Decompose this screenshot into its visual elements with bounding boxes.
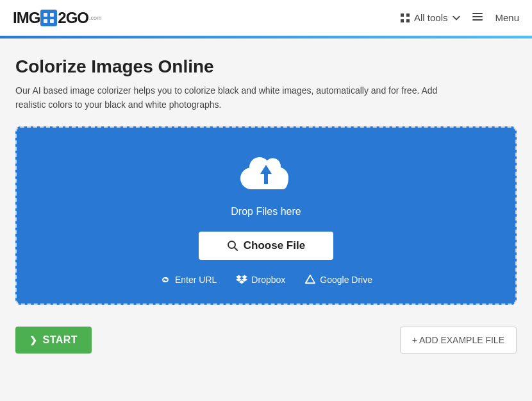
logo-com: .com bbox=[89, 15, 102, 21]
dropbox-icon bbox=[236, 274, 247, 286]
nav-divider bbox=[472, 12, 483, 23]
drop-zone[interactable]: Drop Files here Choose File Enter URL bbox=[15, 126, 517, 305]
choose-file-button[interactable]: Choose File bbox=[199, 232, 333, 260]
menu-label: Menu bbox=[495, 12, 519, 23]
logo-2: 2 bbox=[58, 9, 65, 27]
enter-url-option[interactable]: Enter URL bbox=[160, 274, 217, 286]
svg-rect-6 bbox=[401, 19, 404, 22]
drop-text: Drop Files here bbox=[231, 206, 301, 218]
start-label: START bbox=[43, 334, 78, 346]
all-tools-label: All tools bbox=[414, 12, 448, 23]
link-icon bbox=[160, 274, 171, 286]
google-drive-option[interactable]: Google Drive bbox=[304, 274, 372, 286]
header: IMG 2 GO .com All tools bbox=[0, 0, 532, 36]
svg-rect-1 bbox=[50, 13, 54, 17]
svg-marker-19 bbox=[306, 275, 315, 284]
svg-line-13 bbox=[234, 247, 237, 250]
page-description: Our AI based image colorizer helps you t… bbox=[15, 83, 464, 112]
logo-icon bbox=[40, 10, 57, 26]
nav: All tools Menu bbox=[400, 12, 519, 23]
svg-rect-0 bbox=[44, 13, 47, 17]
svg-rect-7 bbox=[406, 19, 410, 22]
start-chevron-icon: ❯ bbox=[29, 335, 38, 345]
chevron-down-icon bbox=[453, 15, 460, 21]
menu-nav[interactable]: Menu bbox=[495, 12, 519, 23]
footer-bar: ❯ START + ADD EXAMPLE FILE bbox=[0, 318, 532, 354]
dropbox-option[interactable]: Dropbox bbox=[236, 274, 285, 286]
add-example-label: + ADD EXAMPLE FILE bbox=[412, 335, 504, 345]
upload-options: Enter URL Dropbox Google Drive bbox=[160, 274, 372, 286]
page-title: Colorize Images Online bbox=[15, 56, 517, 77]
dropbox-label: Dropbox bbox=[251, 275, 285, 285]
svg-rect-9 bbox=[472, 16, 483, 17]
svg-rect-2 bbox=[44, 19, 47, 23]
svg-rect-8 bbox=[472, 13, 483, 14]
search-icon bbox=[227, 240, 238, 252]
grid-icon bbox=[400, 13, 410, 23]
add-example-button[interactable]: + ADD EXAMPLE FILE bbox=[400, 327, 517, 354]
start-button[interactable]: ❯ START bbox=[15, 327, 92, 354]
svg-rect-4 bbox=[401, 13, 404, 17]
choose-file-label: Choose File bbox=[244, 239, 305, 252]
google-drive-icon bbox=[304, 274, 316, 286]
enter-url-label: Enter URL bbox=[175, 275, 217, 285]
logo[interactable]: IMG 2 GO .com bbox=[13, 9, 102, 27]
google-drive-label: Google Drive bbox=[320, 275, 372, 285]
svg-rect-5 bbox=[406, 13, 410, 17]
hamburger-icon bbox=[472, 12, 483, 21]
logo-go: GO bbox=[66, 9, 88, 27]
svg-line-20 bbox=[306, 275, 310, 284]
svg-rect-10 bbox=[472, 19, 483, 21]
svg-rect-3 bbox=[50, 19, 54, 23]
cloud-upload-icon bbox=[237, 151, 295, 200]
all-tools-nav[interactable]: All tools bbox=[400, 12, 461, 23]
main-content: Colorize Images Online Our AI based imag… bbox=[0, 38, 532, 318]
logo-img-text: IMG bbox=[13, 9, 40, 27]
